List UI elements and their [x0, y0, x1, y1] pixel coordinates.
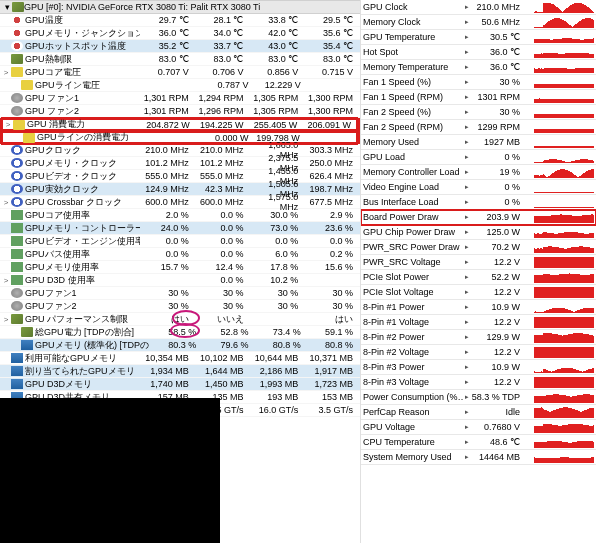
chevron-right-icon[interactable]: > [1, 276, 11, 285]
chevron-right-icon[interactable]: ▸ [463, 288, 471, 296]
monitor-row[interactable]: 8-Pin #3 Power▸10.9 W [361, 360, 596, 375]
sensor-row[interactable]: GPUメモリ・クロック101.2 MHz101.2 MHz2,375.5 MHz… [0, 157, 360, 170]
sensor-row[interactable]: GPUライン電圧0.787 V12.229 V [0, 79, 360, 92]
sensor-row[interactable]: GPUクロック210.0 MHz210.0 MHz1,665.0 MHz303.… [0, 144, 360, 157]
chevron-right-icon[interactable]: ▸ [463, 453, 471, 461]
sensor-row[interactable]: GPU ファン11,301 RPM1,294 RPM1,305 RPM1,300… [0, 92, 360, 105]
monitor-row[interactable]: GPU Clock▸210.0 MHz [361, 0, 596, 15]
sensor-row[interactable]: >GPUコア電圧0.707 V0.706 V0.856 V0.715 V [0, 66, 360, 79]
chevron-right-icon[interactable]: ▸ [463, 168, 471, 176]
chevron-right-icon[interactable]: ▸ [463, 153, 471, 161]
sensor-value-1: 52.8 % [202, 327, 254, 337]
chevron-right-icon[interactable]: ▸ [463, 228, 471, 236]
chevron-right-icon[interactable]: ▸ [463, 48, 471, 56]
monitor-row[interactable]: Video Engine Load▸0 % [361, 180, 596, 195]
monitor-row[interactable]: GPU Chip Power Draw▸125.0 W [361, 225, 596, 240]
sensor-row[interactable]: GPUメモリ使用率15.7 %12.4 %17.8 %15.6 % [0, 261, 360, 274]
sensor-row[interactable]: 割り当てられたGPUメモリ1,934 MB1,644 MB2,186 MB1,9… [0, 365, 360, 378]
chevron-right-icon[interactable]: > [3, 120, 13, 129]
monitor-row[interactable]: 8-Pin #2 Power▸129.9 W [361, 330, 596, 345]
chevron-right-icon[interactable]: ▸ [463, 63, 471, 71]
sensor-row[interactable]: GPUメモリ・ジャンクション温度36.0 ℃34.0 ℃42.0 ℃35.6 ℃ [0, 27, 360, 40]
chevron-right-icon[interactable]: > [1, 68, 11, 77]
sensor-row[interactable]: GPU D3Dメモリ1,740 MB1,450 MB1,993 MB1,723 … [0, 378, 360, 391]
monitor-row[interactable]: PCIe Slot Power▸52.2 W [361, 270, 596, 285]
sensor-row[interactable]: >GPU 消費電力204.872 W194.225 W255.405 W206.… [0, 118, 360, 131]
monitor-row[interactable]: GPU Load▸0 % [361, 150, 596, 165]
sensor-row[interactable]: GPUメモリ (標準化) [TDPの…80.3 %79.6 %80.8 %80.… [0, 339, 360, 352]
sensor-row[interactable]: GPUファン230 %30 %30 %30 % [0, 300, 360, 313]
chevron-right-icon[interactable]: ▸ [463, 348, 471, 356]
monitor-row[interactable]: PWR_SRC Voltage▸12.2 V [361, 255, 596, 270]
sensor-row[interactable]: GPU実効クロック124.9 MHz42.3 MHz1,505.6 MHz198… [0, 183, 360, 196]
monitor-row[interactable]: 8-Pin #2 Voltage▸12.2 V [361, 345, 596, 360]
sensor-row[interactable]: GPUホットスポット温度35.2 ℃33.7 ℃43.0 ℃35.4 ℃ [0, 40, 360, 53]
chevron-right-icon[interactable]: ▸ [463, 123, 471, 131]
sensor-row[interactable]: GPUバス使用率0.0 %0.0 %6.0 %0.2 % [0, 248, 360, 261]
monitor-row[interactable]: Fan 1 Speed (%)▸30 % [361, 75, 596, 90]
sensor-row[interactable]: GPUビデオ・エンジン使用率0.0 %0.0 %0.0 %0.0 % [0, 235, 360, 248]
monitor-row[interactable]: 8-Pin #1 Voltage▸12.2 V [361, 315, 596, 330]
monitor-row[interactable]: System Memory Used▸14464 MB [361, 450, 596, 465]
chevron-right-icon[interactable]: ▸ [463, 333, 471, 341]
monitor-row[interactable]: PWR_SRC Power Draw▸70.2 W [361, 240, 596, 255]
expand-icon[interactable]: ▾ [2, 2, 12, 12]
sensor-row[interactable]: >GPU D3D 使用率0.0 %10.2 % [0, 274, 360, 287]
sensor-row[interactable]: GPU ファン21,301 RPM1,296 RPM1,305 RPM1,300… [0, 105, 360, 118]
monitor-row[interactable]: Fan 1 Speed (RPM)▸1301 RPM [361, 90, 596, 105]
monitor-row[interactable]: Power Consumption (%…▸58.3 % TDP [361, 390, 596, 405]
chevron-right-icon[interactable]: ▸ [463, 183, 471, 191]
chevron-right-icon[interactable]: ▸ [463, 273, 471, 281]
sensor-row[interactable]: GPUラインの消費電力0.000 W199.798 W [0, 131, 360, 144]
monitor-row[interactable]: Memory Temperature▸36.0 ℃ [361, 60, 596, 75]
chevron-right-icon[interactable]: ▸ [463, 378, 471, 386]
sensor-row[interactable]: >GPU Crossbar クロック600.0 MHz600.0 MHz1,57… [0, 196, 360, 209]
monitor-row[interactable]: GPU Temperature▸30.5 ℃ [361, 30, 596, 45]
monitor-row[interactable]: Hot Spot▸36.0 ℃ [361, 45, 596, 60]
chevron-right-icon[interactable]: ▸ [463, 33, 471, 41]
chevron-right-icon[interactable]: > [1, 315, 11, 324]
sensor-row[interactable]: GPUファン130 %30 %30 %30 % [0, 287, 360, 300]
monitor-row[interactable]: Memory Clock▸50.6 MHz [361, 15, 596, 30]
chevron-right-icon[interactable]: > [1, 198, 11, 207]
sensor-row[interactable]: GPU熱制限83.0 ℃83.0 ℃83.0 ℃83.0 ℃ [0, 53, 360, 66]
monitor-row[interactable]: Fan 2 Speed (%)▸30 % [361, 105, 596, 120]
monitor-row[interactable]: 8-Pin #3 Voltage▸12.2 V [361, 375, 596, 390]
chevron-right-icon[interactable]: ▸ [463, 408, 471, 416]
monitor-row[interactable]: Memory Controller Load▸19 % [361, 165, 596, 180]
chevron-right-icon[interactable]: ▸ [463, 363, 471, 371]
gpu-header[interactable]: ▾ GPU [#0]: NVIDIA GeForce RTX 3080 Ti: … [0, 0, 360, 14]
chevron-right-icon[interactable]: ▸ [463, 93, 471, 101]
sensor-row[interactable]: 利用可能なGPUメモリ10,354 MB10,102 MB10,644 MB10… [0, 352, 360, 365]
monitor-row[interactable]: PerfCap Reason▸Idle [361, 405, 596, 420]
monitor-row[interactable]: Fan 2 Speed (RPM)▸1299 RPM [361, 120, 596, 135]
chevron-right-icon[interactable]: ▸ [463, 213, 471, 221]
monitor-row[interactable]: Board Power Draw▸203.9 W [361, 210, 596, 225]
chevron-right-icon[interactable]: ▸ [463, 393, 471, 401]
chevron-right-icon[interactable]: ▸ [463, 3, 471, 11]
sensor-row[interactable]: GPU温度29.7 ℃28.1 ℃33.8 ℃29.5 ℃ [0, 14, 360, 27]
chevron-right-icon[interactable]: ▸ [463, 18, 471, 26]
monitor-row[interactable]: PCIe Slot Voltage▸12.2 V [361, 285, 596, 300]
chevron-right-icon[interactable]: ▸ [463, 303, 471, 311]
sensor-row[interactable]: GPUメモリ・コントローラー使用率24.0 %0.0 %73.0 %23.6 % [0, 222, 360, 235]
sensor-row[interactable]: GPUコア使用率2.0 %0.0 %30.0 %2.9 % [0, 209, 360, 222]
monitor-row[interactable]: 8-Pin #1 Power▸10.9 W [361, 300, 596, 315]
chevron-right-icon[interactable]: ▸ [463, 138, 471, 146]
chevron-right-icon[interactable]: ▸ [463, 78, 471, 86]
sensor-row[interactable]: 総GPU電力 [TDPの割合]58.5 %52.8 %73.4 %59.1 % [0, 326, 360, 339]
chevron-right-icon[interactable]: ▸ [463, 243, 471, 251]
chevron-right-icon[interactable]: ▸ [463, 423, 471, 431]
sensor-row[interactable]: GPUビデオ・クロック555.0 MHz555.0 MHz1,455.0 MHz… [0, 170, 360, 183]
chevron-right-icon[interactable]: ▸ [463, 258, 471, 266]
monitor-row[interactable]: GPU Voltage▸0.7680 V [361, 420, 596, 435]
monitor-row[interactable]: Bus Interface Load▸0 % [361, 195, 596, 210]
chevron-right-icon[interactable]: ▸ [463, 438, 471, 446]
monitor-row[interactable]: Memory Used▸1927 MB [361, 135, 596, 150]
chevron-right-icon[interactable]: ▸ [463, 108, 471, 116]
sensor-row[interactable]: >GPU パフォーマンス制限はいいいえはい [0, 313, 360, 326]
chevron-right-icon[interactable]: ▸ [463, 318, 471, 326]
monitor-row[interactable]: CPU Temperature▸48.6 ℃ [361, 435, 596, 450]
sensor-label: GPU実効クロック [25, 183, 140, 196]
chevron-right-icon[interactable]: ▸ [463, 198, 471, 206]
